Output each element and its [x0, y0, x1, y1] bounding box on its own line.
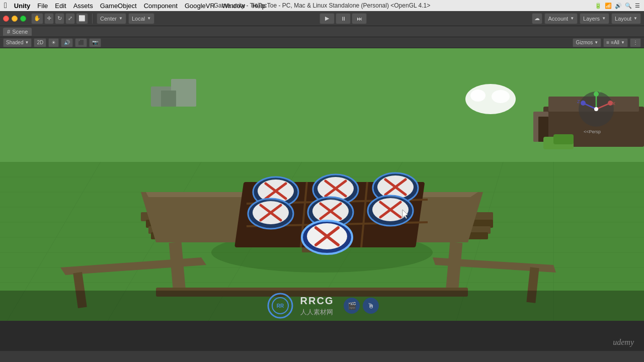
camera-widget [465, 84, 516, 114]
svg-point-82 [492, 90, 510, 103]
svg-text:X: X [612, 101, 615, 106]
window-title: Game.unity - TicTacToe - PC, Mac & Linux… [214, 2, 430, 9]
layout-dropdown[interactable]: Layout ▼ [611, 13, 641, 24]
all-dropdown[interactable]: ≡ ≡All ▼ [603, 38, 628, 47]
account-label: Account [548, 16, 568, 22]
watermark-overlay: RR RRCG 人人素材网 🎬 🖱 [0, 291, 644, 321]
scene-area: # Scene Shaded ▼ 2D ☀ 🔊 ⬛ 📷 Gizmos ▼ ≡ [0, 26, 644, 321]
cloud-button[interactable]: ☁ [532, 13, 542, 24]
all-arrow-icon: ▼ [621, 40, 625, 45]
menu-component[interactable]: Component [144, 2, 178, 10]
account-arrow-icon: ▼ [570, 16, 574, 21]
svg-point-81 [470, 89, 486, 102]
menu-unity[interactable]: Unity [14, 2, 31, 10]
tictactoe-board [234, 173, 428, 254]
menu-assets[interactable]: Assets [73, 2, 93, 10]
local-dropdown[interactable]: Local ▼ [128, 13, 154, 24]
menubar:  Unity File Edit Assets GameObject Comp… [0, 0, 644, 11]
center-arrow-icon: ▼ [119, 16, 123, 21]
traffic-lights [3, 16, 26, 22]
camera-icon[interactable]: 📷 [89, 38, 101, 47]
center-label: Center [100, 16, 117, 22]
local-arrow-icon: ▼ [147, 16, 151, 21]
svg-text:Z: Z [577, 99, 580, 104]
scene-tab-label: Scene [12, 29, 28, 35]
svg-point-91 [581, 101, 586, 106]
light-toggle[interactable]: ☀ [48, 38, 59, 47]
rect-tool-button[interactable]: ⬜ [76, 13, 88, 24]
expand-button[interactable]: ⋮ [630, 38, 641, 47]
unity-main-toolbar: ✋ ✛ ↻ ⤢ ⬜ Center ▼ Local ▼ ▶ ⏸ ⏭ ☁ Accou… [0, 11, 644, 26]
layout-label: Layout [615, 16, 631, 22]
svg-text:Y: Y [598, 89, 601, 94]
svg-rect-24 [553, 134, 574, 144]
apple-logo:  [4, 1, 7, 10]
gizmos-dropdown[interactable]: Gizmos ▼ [573, 38, 601, 47]
hand-tool-button[interactable]: ✋ [31, 13, 43, 24]
layers-label: Layers [583, 16, 600, 22]
svg-text:<<Persp: <<Persp [584, 129, 601, 134]
menu-googlevr[interactable]: GoogleVR [185, 2, 215, 10]
step-button[interactable]: ⏭ [352, 13, 367, 24]
rrcg-brand-label: RRCG [300, 295, 334, 307]
all-icon: ≡ [606, 40, 609, 45]
menu-file[interactable]: File [37, 2, 48, 10]
2d-button[interactable]: 2D [34, 38, 46, 47]
svg-rect-18 [161, 90, 176, 107]
layout-arrow-icon: ▼ [633, 16, 637, 21]
scale-tool-button[interactable]: ⤢ [65, 13, 75, 24]
scene-tab-bar: # Scene [0, 26, 644, 37]
udemy-label: udemy [613, 338, 634, 347]
scene-toolbar: Shaded ▼ 2D ☀ 🔊 ⬛ 📷 Gizmos ▼ ≡ ≡All ▼ ⋮ [0, 37, 644, 48]
minimize-button[interactable] [12, 16, 18, 22]
scene-tab[interactable]: # Scene [3, 28, 32, 36]
play-button[interactable]: ▶ [319, 13, 335, 24]
svg-point-93 [594, 107, 598, 111]
menu-gameobject[interactable]: GameObject [100, 2, 137, 10]
close-button[interactable] [3, 16, 9, 22]
bottom-status-bar: udemy [0, 321, 644, 351]
center-dropdown[interactable]: Center ▼ [97, 13, 126, 24]
scene-tab-icon: # [7, 29, 10, 35]
rotate-tool-button[interactable]: ↻ [55, 13, 64, 24]
effects-toggle[interactable]: ⬛ [75, 38, 87, 47]
svg-text:RR: RR [276, 303, 284, 309]
watermark-icon-2: 🖱 [363, 298, 379, 314]
move-tool-button[interactable]: ✛ [44, 13, 54, 24]
rrcg-logo-icon: RR [265, 292, 295, 320]
local-label: Local [132, 16, 145, 22]
play-controls: ▶ ⏸ ⏭ [319, 13, 367, 24]
menu-edit[interactable]: Edit [55, 2, 66, 10]
audio-toggle[interactable]: 🔊 [61, 38, 73, 47]
gizmos-arrow-icon: ▼ [594, 40, 598, 45]
system-tray: 🔋📶🔊🔍☰ [595, 3, 640, 9]
layers-arrow-icon: ▼ [602, 16, 606, 21]
pause-button[interactable]: ⏸ [336, 13, 351, 24]
layers-dropdown[interactable]: Layers ▼ [580, 13, 609, 24]
maximize-button[interactable] [20, 16, 26, 22]
account-dropdown[interactable]: Account ▼ [544, 13, 578, 24]
watermark-icon-1: 🎬 [344, 298, 360, 314]
shading-arrow-icon: ▼ [25, 40, 29, 45]
rrcg-sub-label: 人人素材网 [300, 308, 333, 317]
scene-viewport[interactable]: Y X Z <<Persp [0, 48, 644, 321]
shading-dropdown[interactable]: Shaded ▼ [3, 38, 32, 47]
